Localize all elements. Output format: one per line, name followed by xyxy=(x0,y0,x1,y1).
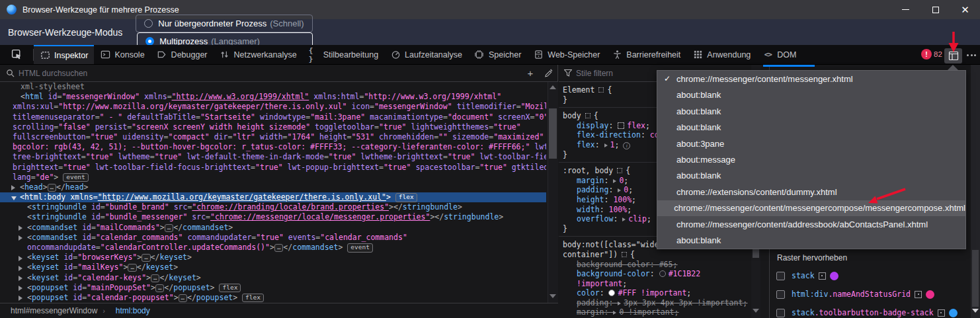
tab-stilbearbeitung[interactable]: { }Stilbearbeitung xyxy=(303,45,384,64)
tab-anwendung[interactable]: Anwendung xyxy=(686,45,756,64)
maximize-button[interactable] xyxy=(920,0,950,19)
ellipsis-expander[interactable]: … xyxy=(128,264,136,272)
frame-menu-item[interactable]: ✓about:blank xyxy=(657,168,965,184)
expand-twisty-icon[interactable] xyxy=(19,266,22,271)
frame-menu-item[interactable]: ✓chrome://extensions/content/dummy.xhtml xyxy=(657,184,965,200)
markup-node[interactable]: bgcolor: rgb(43, 42, 51); --button-hover… xyxy=(0,142,546,152)
flex-badge[interactable]: flex xyxy=(242,294,264,303)
scroll-up-icon[interactable] xyxy=(550,85,556,89)
markup-node[interactable]: titlemenuseparator=" - " defaultTabTitle… xyxy=(0,112,546,122)
ellipsis-expander[interactable]: … xyxy=(151,274,159,282)
breadcrumb-item-html-messengerwindow[interactable]: html#messengerWindow xyxy=(11,306,97,315)
computed-expander-icon[interactable] xyxy=(622,218,626,221)
expand-twisty-icon[interactable] xyxy=(19,225,22,231)
ellipsis-expander[interactable]: … xyxy=(274,244,283,252)
markup-node[interactable]: <stringbundle id="bundle_messenger" src=… xyxy=(0,212,546,222)
markup-search-input[interactable] xyxy=(19,69,522,78)
error-badge-icon[interactable]: ! xyxy=(921,49,932,60)
close-button[interactable]: ✕ xyxy=(950,0,980,19)
markup-node[interactable]: tree-brighttext="true" lwtheme="true" lw… xyxy=(0,152,546,162)
markup-node[interactable]: <keyset id="browserKeys">…</keyset> xyxy=(0,253,546,262)
flex-badge[interactable]: flex xyxy=(219,284,241,293)
expand-twisty-icon[interactable] xyxy=(11,185,15,190)
ellipsis-expander[interactable]: … xyxy=(165,224,173,232)
rule-highlighter-icon[interactable] xyxy=(622,252,627,257)
event-badge[interactable]: event xyxy=(63,173,89,182)
rules-scroll-down-icon[interactable] xyxy=(753,309,759,313)
rule-highlighter-icon[interactable] xyxy=(598,87,604,93)
markup-node[interactable]: lang="de"> event xyxy=(0,173,546,182)
expand-twisty-icon[interactable] xyxy=(19,286,22,291)
color-swatch[interactable] xyxy=(608,290,615,296)
rule-highlighter-icon[interactable] xyxy=(585,113,591,118)
toolbox-meatball-menu-button[interactable] xyxy=(964,47,979,63)
markup-node[interactable]: <commandset id="mailCommands">…</command… xyxy=(0,223,546,233)
grid-checkbox[interactable] xyxy=(776,309,785,317)
frame-menu-item[interactable]: ✓chrome://messenger/content/messenger.xh… xyxy=(657,71,965,87)
markup-node[interactable]: <html id="messengerWindow" xmlns="http:/… xyxy=(0,92,546,102)
element-picker-button[interactable] xyxy=(0,45,33,64)
ellipsis-expander[interactable]: … xyxy=(179,294,187,302)
sidebar-scrollbar-thumb[interactable] xyxy=(972,250,979,307)
frame-menu-item[interactable]: ✓chrome://messenger/content/addressbook/… xyxy=(657,216,965,232)
minimize-button[interactable] xyxy=(891,0,920,19)
markup-node[interactable]: <keyset id="mailKeys">…</keyset> xyxy=(0,262,546,272)
markup-node[interactable]: <head>…</head> xyxy=(0,182,546,192)
frame-menu-item[interactable]: ✓about:blank xyxy=(657,119,965,135)
markup-scrollbar-thumb[interactable] xyxy=(549,108,557,159)
markup-node[interactable]: <commandset id="calendar_commands" comma… xyxy=(0,233,546,243)
markup-node[interactable]: <stringbundle id="bundle_brand" src="chr… xyxy=(0,202,546,212)
grid-checkbox[interactable] xyxy=(776,272,785,280)
tab-barrierefreiheit[interactable]: Barrierefreiheit xyxy=(606,45,686,64)
css-declaration[interactable]: color: #FFF !important; xyxy=(563,288,751,298)
css-declaration[interactable]: background-color: #65; xyxy=(563,260,751,270)
css-declaration[interactable]: background-color: #1C1B22 !important; xyxy=(563,269,751,288)
grid-color-swatch[interactable] xyxy=(926,290,934,299)
tab-dom[interactable]: <>DOM xyxy=(756,45,802,64)
markup-node-selected[interactable]: <html:body xmlns="http://www.mozilla.org… xyxy=(0,192,546,202)
target-icon[interactable] xyxy=(819,272,826,280)
color-swatch[interactable] xyxy=(659,270,666,277)
grid-color-swatch[interactable] xyxy=(830,272,838,280)
target-icon[interactable] xyxy=(915,291,922,298)
ellipsis-expander[interactable]: … xyxy=(48,184,56,192)
frame-menu-item[interactable]: ✓about:3pane xyxy=(657,136,965,151)
expand-twisty-icon[interactable] xyxy=(19,296,22,301)
tab-laufzeitanalyse[interactable]: Laufzeitanalyse xyxy=(384,45,468,64)
ellipsis-expander[interactable]: … xyxy=(155,284,164,292)
event-badge[interactable]: event xyxy=(347,243,373,253)
computed-expander-icon[interactable] xyxy=(618,188,621,192)
frame-menu-item[interactable]: ✓about:blank xyxy=(657,87,965,102)
rule-highlighter-icon[interactable] xyxy=(617,168,622,173)
computed-expander-icon[interactable] xyxy=(618,301,621,305)
expand-twisty-icon[interactable] xyxy=(19,276,22,281)
flex-badge[interactable]: flex xyxy=(395,193,417,202)
markup-node[interactable]: xml-stylesheet xyxy=(0,82,546,92)
breadcrumb-item-html-body[interactable]: html:body xyxy=(116,306,150,315)
ellipsis-expander[interactable]: … xyxy=(142,254,150,262)
css-declaration[interactable]: margin: 0 !important; xyxy=(563,307,751,317)
grid-checkbox[interactable] xyxy=(776,290,785,299)
frame-menu-item[interactable]: ✓about:blank xyxy=(657,103,965,119)
frame-menu-item[interactable]: ✓chrome://messenger/content/messengercom… xyxy=(657,200,965,216)
tab-netzwerkanalyse[interactable]: Netzwerkanalyse xyxy=(214,45,303,64)
computed-expander-icon[interactable] xyxy=(613,179,616,183)
expand-twisty-icon[interactable] xyxy=(19,235,22,241)
markup-node[interactable]: <keyset id="calendar-keys">…</keyset> xyxy=(0,273,546,283)
frame-menu-item[interactable]: ✓about:message xyxy=(657,151,965,167)
add-node-button[interactable]: + xyxy=(522,67,539,79)
tab-speicher[interactable]: Speicher xyxy=(468,45,527,64)
sidebar-scroll-down-icon[interactable] xyxy=(972,309,979,313)
markup-node[interactable]: oncommandupdate="calendarController.upda… xyxy=(0,243,546,253)
expand-twisty-icon[interactable] xyxy=(19,256,22,261)
frame-menu-item[interactable]: ✓about:blank xyxy=(657,233,965,249)
grid-color-swatch[interactable] xyxy=(949,309,958,317)
tab-konsole[interactable]: Konsole xyxy=(94,45,150,64)
markup-node[interactable]: <popupset id="calendar-popupset">…</popu… xyxy=(0,293,546,303)
markup-node[interactable]: fullscreenbutton="true" uidensity="compa… xyxy=(0,132,546,142)
eyedropper-button[interactable] xyxy=(539,69,557,77)
error-count[interactable]: 82 xyxy=(934,50,942,58)
css-declaration[interactable]: padding: 3px 3px 4px 3px !important; xyxy=(563,298,751,308)
iframe-picker-button[interactable] xyxy=(944,48,962,63)
scroll-down-icon[interactable] xyxy=(550,294,556,298)
